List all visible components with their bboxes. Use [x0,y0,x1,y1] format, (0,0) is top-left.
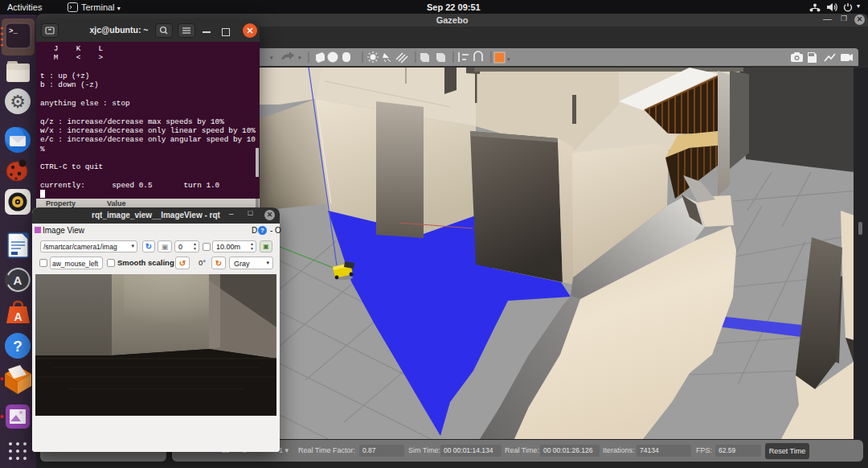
svg-text:⚙: ⚙ [10,92,26,112]
svg-text:▾: ▾ [270,55,273,60]
svg-text:>_: >_ [9,27,18,35]
svg-text:A: A [14,273,23,287]
svg-text:▾: ▾ [298,55,301,60]
svg-text:A: A [14,310,22,323]
svg-text:?: ? [13,338,23,355]
svg-text:▾: ▾ [507,56,510,62]
